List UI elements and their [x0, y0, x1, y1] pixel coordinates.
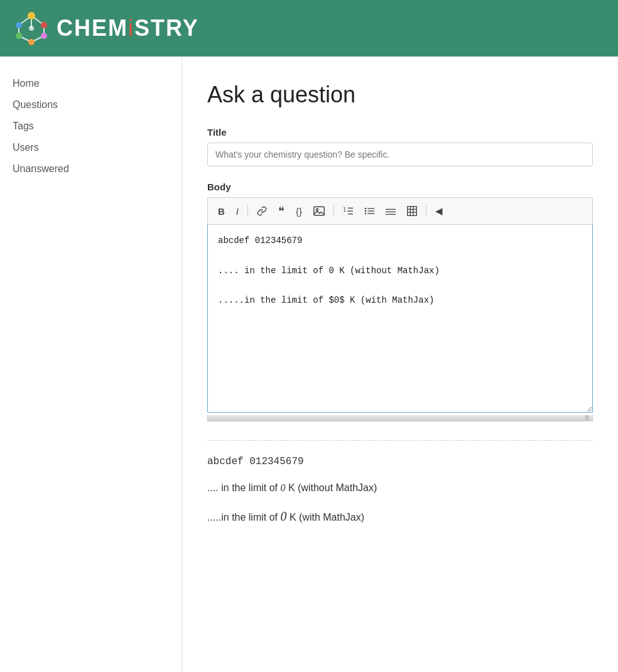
sidebar-link-tags[interactable]: Tags: [13, 118, 169, 134]
body-editor[interactable]: abcdef 012345679 .... in the limit of 0 …: [207, 224, 593, 413]
svg-rect-14: [314, 207, 325, 215]
sidebar-link-questions[interactable]: Questions: [13, 97, 169, 113]
preview-line-2-prefix: .... in the limit of: [207, 482, 280, 493]
sidebar-link-unanswered[interactable]: Unanswered: [13, 161, 169, 177]
toolbar-more-button[interactable]: ◀: [430, 203, 448, 219]
sidebar-nav: Home Questions Tags Users Unanswered: [13, 75, 169, 177]
sidebar-item-unanswered[interactable]: Unanswered: [13, 161, 169, 177]
page-title: Ask a question: [207, 82, 593, 108]
toolbar-italic-button[interactable]: I: [231, 203, 244, 219]
sidebar-item-questions[interactable]: Questions: [13, 97, 169, 113]
preview-line-1: abcdef 012345679: [207, 453, 593, 469]
preview-line-3-suffix: K (with MathJax): [286, 512, 364, 523]
toolbar-hr-button[interactable]: [381, 203, 401, 219]
svg-point-13: [29, 26, 34, 31]
sidebar-item-users[interactable]: Users: [13, 139, 169, 156]
ordered-list-icon: 1.: [343, 206, 353, 216]
svg-point-15: [317, 209, 318, 210]
toolbar-separator-1: [247, 205, 248, 217]
preview-line-1-text: abcdef 012345679: [207, 456, 304, 467]
svg-point-8: [41, 22, 47, 28]
toolbar-unordered-list-button[interactable]: [359, 203, 379, 219]
svg-point-10: [16, 33, 22, 39]
logo-text: CHEMiSTRY: [57, 15, 199, 41]
editor-wrapper: abcdef 012345679 .... in the limit of 0 …: [207, 224, 593, 421]
editor-resize-handle[interactable]: ⠿: [207, 415, 593, 421]
svg-point-7: [28, 12, 35, 19]
table-icon: [407, 206, 417, 216]
body-label: Body: [207, 182, 593, 192]
link-icon: [257, 206, 267, 216]
hr-icon: [386, 206, 396, 216]
sidebar: Home Questions Tags Users Unanswered: [0, 57, 182, 672]
unordered-list-icon: [364, 206, 374, 216]
main-content: Ask a question Title Body B I ❝: [182, 57, 618, 672]
sidebar-link-home[interactable]: Home: [13, 75, 169, 92]
preview-line-2-suffix: K (without MathJax): [285, 482, 377, 493]
svg-rect-29: [408, 207, 417, 216]
svg-point-11: [41, 33, 47, 39]
site-header: CHEMiSTRY: [0, 0, 618, 57]
svg-point-9: [16, 22, 22, 28]
image-icon: [313, 206, 325, 216]
body-field: Body B I ❝ {}: [207, 182, 593, 421]
toolbar-separator-3: [426, 205, 426, 217]
svg-point-22: [365, 213, 367, 215]
toolbar-separator-2: [333, 205, 334, 217]
resize-dots-icon: ⠿: [585, 415, 588, 421]
logo: CHEMiSTRY: [13, 9, 199, 47]
sidebar-item-home[interactable]: Home: [13, 75, 169, 92]
toolbar-table-button[interactable]: [402, 203, 422, 219]
toolbar-blockquote-button[interactable]: ❝: [273, 202, 290, 220]
preview-line-3: .....in the limit of 0 K (with MathJax): [207, 507, 593, 526]
preview-line-2: .... in the limit of 0 K (without MathJa…: [207, 480, 593, 496]
sidebar-item-tags[interactable]: Tags: [13, 118, 169, 134]
svg-point-21: [365, 210, 367, 212]
preview-line-3-prefix: .....in the limit of: [207, 512, 280, 523]
logo-icon: [13, 9, 50, 47]
toolbar-bold-button[interactable]: B: [213, 203, 230, 219]
preview-line-3-num: 0: [280, 509, 286, 523]
editor-toolbar: B I ❝ {}: [207, 197, 593, 224]
toolbar-ordered-list-button[interactable]: 1.: [338, 203, 358, 219]
page-layout: Home Questions Tags Users Unanswered Ask…: [0, 57, 618, 672]
logo-i: i: [128, 15, 134, 41]
title-input[interactable]: [207, 143, 593, 166]
svg-point-12: [28, 39, 35, 45]
title-field: Title: [207, 127, 593, 182]
title-label: Title: [207, 127, 593, 138]
svg-point-20: [365, 208, 367, 210]
toolbar-code-button[interactable]: {}: [291, 203, 307, 219]
preview-section: abcdef 012345679 .... in the limit of 0 …: [207, 440, 593, 526]
toolbar-link-button[interactable]: [252, 203, 272, 219]
toolbar-image-button[interactable]: [308, 203, 330, 219]
sidebar-link-users[interactable]: Users: [13, 139, 169, 156]
